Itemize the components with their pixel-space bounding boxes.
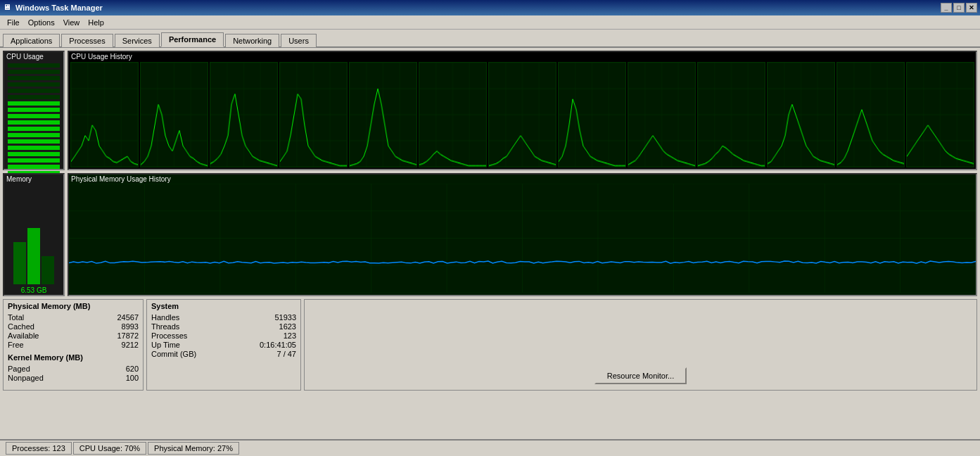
- cpu-core-graph-0: [70, 62, 139, 167]
- phys-available-key: Available: [8, 331, 39, 340]
- cpu-usage-label: CPU Usage: [4, 52, 63, 61]
- kernel-paged-row: Paged 620: [8, 365, 139, 373]
- commit-row: Commit (GB) 7 / 47: [151, 350, 296, 358]
- memory-bar-group: [13, 228, 54, 284]
- uptime-row: Up Time 0:16:41:05: [151, 341, 296, 349]
- commit-val: 7 / 47: [254, 350, 296, 358]
- handles-row: Handles 51933: [151, 313, 296, 322]
- menu-bar: File Options View Help: [0, 15, 980, 30]
- kernel-nonpaged-val: 100: [96, 374, 139, 382]
- cpu-core-graph-8: [628, 62, 696, 167]
- cpu-graphs-grid: [69, 52, 976, 169]
- memory-bar-2: [27, 228, 40, 284]
- title-bar-buttons: _ □ ✕: [941, 3, 977, 13]
- phys-free-row: Free 9212: [8, 341, 139, 349]
- memory-gb: 6.53 GB: [4, 286, 63, 295]
- memory-bars: [4, 184, 63, 286]
- cpu-history-label: CPU Usage History: [69, 52, 134, 61]
- commit-key: Commit (GB): [151, 350, 196, 358]
- phys-total-val: 24567: [96, 313, 139, 322]
- resource-monitor-box: Resource Monitor...: [304, 299, 977, 391]
- cpu-core-graph-7: [558, 62, 626, 167]
- threads-key: Threads: [151, 322, 179, 331]
- tab-networking[interactable]: Networking: [225, 34, 279, 47]
- tab-processes[interactable]: Processes: [61, 34, 113, 47]
- threads-val: 1623: [254, 322, 296, 331]
- cpu-core-graph-9: [697, 62, 765, 167]
- kernel-mem-title: Kernel Memory (MB): [8, 353, 139, 362]
- title-bar: 🖥 Windows Task Manager _ □ ✕: [0, 0, 980, 15]
- tab-performance[interactable]: Performance: [161, 32, 224, 47]
- title-bar-text: Windows Task Manager: [15, 4, 941, 12]
- system-title: System: [151, 302, 296, 310]
- cpu-row: CPU Usage 70 % CPU Usage History: [3, 51, 977, 170]
- bottom-stats: Physical Memory (MB) Total 24567 Cached …: [3, 299, 977, 391]
- cpu-core-graph-10: [767, 62, 835, 167]
- memory-row: Memory 6.53 GB Physical Memory Usage His…: [3, 173, 977, 296]
- phys-cached-val: 8993: [96, 322, 139, 331]
- threads-row: Threads 1623: [151, 322, 296, 331]
- tab-applications[interactable]: Applications: [3, 34, 60, 47]
- memory-usage-panel: Memory 6.53 GB: [3, 173, 65, 296]
- tab-services[interactable]: Services: [115, 34, 160, 47]
- phys-cached-key: Cached: [8, 322, 34, 331]
- cpu-core-graph-2: [210, 62, 278, 167]
- memory-history-panel: Physical Memory Usage History: [68, 173, 977, 296]
- minimize-button[interactable]: _: [941, 3, 952, 13]
- phys-free-key: Free: [8, 341, 24, 349]
- main-content: CPU Usage 70 % CPU Usage History Memory …: [0, 48, 980, 439]
- cpu-core-graph-12: [906, 62, 974, 167]
- phys-available-row: Available 17872: [8, 331, 139, 340]
- phys-free-val: 9212: [96, 341, 139, 349]
- uptime-key: Up Time: [151, 341, 180, 349]
- cpu-core-graph-3: [279, 62, 348, 167]
- maximize-button[interactable]: □: [953, 3, 965, 13]
- cpu-bar-container: [4, 61, 63, 190]
- phys-total-row: Total 24567: [8, 313, 139, 322]
- status-memory: Physical Memory: 27%: [148, 442, 239, 455]
- phys-mem-title: Physical Memory (MB): [8, 302, 139, 310]
- memory-history-label: Physical Memory Usage History: [69, 175, 976, 184]
- memory-label: Memory: [4, 175, 63, 184]
- cpu-usage-panel: CPU Usage 70 %: [3, 51, 65, 170]
- processes-key: Processes: [151, 331, 187, 340]
- processes-val: 123: [254, 331, 296, 340]
- resource-monitor-button[interactable]: Resource Monitor...: [594, 367, 687, 384]
- close-button[interactable]: ✕: [966, 3, 977, 13]
- kernel-nonpaged-row: Nonpaged 100: [8, 374, 139, 382]
- tab-bar: Applications Processes Services Performa…: [0, 30, 980, 48]
- tab-users[interactable]: Users: [281, 34, 317, 47]
- menu-help[interactable]: Help: [84, 18, 108, 27]
- handles-val: 51933: [254, 313, 296, 322]
- physical-memory-box: Physical Memory (MB) Total 24567 Cached …: [3, 299, 144, 391]
- kernel-nonpaged-key: Nonpaged: [8, 374, 44, 382]
- handles-key: Handles: [151, 313, 179, 322]
- cpu-core-graph-11: [836, 62, 905, 167]
- memory-bar-1: [13, 242, 26, 284]
- system-stats-box: System Handles 51933 Threads 1623 Proces…: [146, 299, 301, 391]
- status-bar: Processes: 123 CPU Usage: 70% Physical M…: [0, 439, 980, 456]
- cpu-history-panel: CPU Usage History: [68, 51, 977, 170]
- kernel-paged-key: Paged: [8, 365, 30, 373]
- app-icon: 🖥: [3, 3, 13, 13]
- processes-row: Processes 123: [151, 331, 296, 340]
- status-processes: Processes: 123: [6, 442, 72, 455]
- phys-available-val: 17872: [96, 331, 139, 340]
- cpu-core-graph-5: [419, 62, 487, 167]
- cpu-core-graph-4: [349, 62, 417, 167]
- status-cpu: CPU Usage: 70%: [73, 442, 146, 455]
- kernel-paged-val: 620: [96, 365, 139, 373]
- cpu-core-graph-1: [140, 62, 208, 167]
- menu-file[interactable]: File: [3, 18, 24, 27]
- kernel-mem-section: Kernel Memory (MB) Paged 620 Nonpaged 10…: [8, 353, 139, 382]
- phys-total-key: Total: [8, 313, 24, 322]
- phys-cached-row: Cached 8993: [8, 322, 139, 331]
- memory-bar-3: [42, 256, 54, 284]
- menu-view[interactable]: View: [59, 18, 84, 27]
- cpu-core-graph-6: [488, 62, 556, 167]
- memory-history-canvas: [69, 184, 976, 293]
- menu-options[interactable]: Options: [24, 18, 59, 27]
- uptime-val: 0:16:41:05: [254, 341, 296, 349]
